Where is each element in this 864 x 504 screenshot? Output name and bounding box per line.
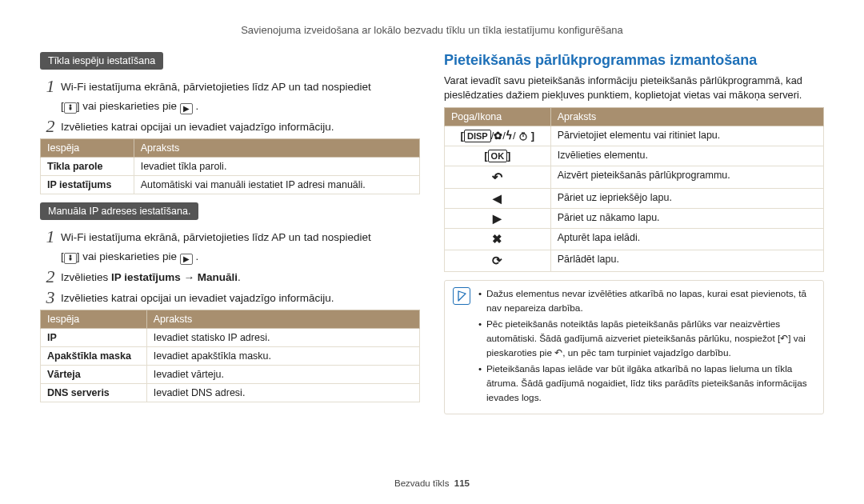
arrow-left-icon: ◀ <box>493 192 502 205</box>
col-header-option: Iespēja <box>41 310 147 329</box>
note-item: Pēc pieteikšanās noteiktās lapās pieteik… <box>478 318 815 360</box>
manual-page: Savienojuma izveidošana ar lokālo bezvad… <box>0 0 864 504</box>
cell-desc: Ievadiet tīkla paroli. <box>134 158 419 176</box>
table-row: ↶ Aizvērt pieteikšanās pārlūkprogrammu. <box>445 166 824 188</box>
cell-option: Apakštīkla maska <box>41 347 147 366</box>
cell-desc: Pārlādēt lapu. <box>550 250 823 271</box>
step-body: Izvēlieties IP iestatījums → Manuāli. <box>61 270 420 286</box>
table-row: ▶ Pāriet uz nākamo lapu. <box>445 208 824 228</box>
table-row: [OK] Izvēlieties elementu. <box>445 146 824 166</box>
note-item: Pieteikšanās lapas ielāde var būt ilgāka… <box>478 362 815 405</box>
ok-button-icon: OK <box>488 150 508 162</box>
forward-icon: ▶ <box>180 103 193 114</box>
step-body: Izvēlieties katrai opcijai un ievadiet v… <box>61 119 420 135</box>
step-text-post: . <box>238 271 241 283</box>
table-row: Apakštīkla maskaIevadiet apakštīkla mask… <box>41 347 420 366</box>
cell-desc: Pāriet uz nākamo lapu. <box>550 208 823 228</box>
cell-desc: Aizvērt pieteikšanās pārlūkprogrammu. <box>550 166 823 188</box>
step-body: Wi-Fi iestatījuma ekrānā, pārvietojietie… <box>61 230 420 246</box>
section-pill-manual-ip: Manuāla IP adreses iestatīšana. <box>40 202 198 220</box>
step-1-cont: [ ] vai pieskarieties pie ▶ . <box>40 249 420 265</box>
step-body: Izvēlieties katrai opcijai un ievadiet v… <box>61 290 420 306</box>
step-text-bold: IP iestatījums → Manuāli <box>111 271 238 283</box>
step-1-cont: [ ] vai pieskarieties pie ▶ . <box>40 98 420 114</box>
note-list: Dažus elementus nevar izvēlēties atkarīb… <box>478 287 815 408</box>
step-2: 2 Izvēlieties katrai opcijai un ievadiet… <box>40 119 420 135</box>
flower-icon: ✿ <box>494 130 502 142</box>
col-header-desc: Apraksts <box>146 310 419 329</box>
step-body: Wi-Fi iestatījuma ekrānā, pārvietojietie… <box>61 79 420 95</box>
step-text-pre: Izvēlieties <box>61 271 111 283</box>
step-1: 1 Wi-Fi iestatījuma ekrānā, pārvietojiet… <box>40 230 420 246</box>
step-number: 1 <box>40 78 61 95</box>
cell-option: IP iestatījums <box>41 176 134 194</box>
col-header-desc: Apraksts <box>134 139 419 158</box>
reload-icon: ⟳ <box>492 254 502 267</box>
ok-icon-cell: [OK] <box>445 146 551 166</box>
close-icon: ✖ <box>492 232 502 246</box>
cell-desc: Ievadiet DNS adresi. <box>146 384 419 402</box>
right-section-title: Pieteikšanās pārlūkprogrammas izmantošan… <box>444 52 824 69</box>
note-item: Dažus elementus nevar izvēlēties atkarīb… <box>478 287 815 315</box>
svg-rect-1 <box>69 107 71 110</box>
controller-icon <box>64 102 77 114</box>
back-icon-cell: ↶ <box>445 166 551 188</box>
period: . <box>193 250 199 262</box>
step-text: Wi-Fi iestatījuma ekrānā, pārvietojietie… <box>61 81 371 93</box>
stop-icon-cell: ✖ <box>445 228 551 250</box>
table-row: IPIevadiet statisko IP adresi. <box>41 329 420 347</box>
col-header-option: Iespēja <box>41 139 134 158</box>
forward-icon: ▶ <box>180 254 193 265</box>
cell-desc: Ievadiet apakštīkla masku. <box>146 347 419 366</box>
footer-page-number: 115 <box>454 478 470 488</box>
svg-point-0 <box>69 105 71 107</box>
nav-icons-cell: [DISP/✿/ϟ/ ] <box>445 126 551 146</box>
cell-desc: Izvēlieties elementu. <box>550 146 823 166</box>
table-row: IP iestatījums Automātiski vai manuāli i… <box>41 176 420 194</box>
step-number: 2 <box>40 268 61 286</box>
table-row: ✖ Apturēt lapa ielādi. <box>445 228 824 250</box>
table-row: VārtejaIevadiet vārteju. <box>41 366 420 384</box>
two-columns: Tīkla iespēju iestatīšana 1 Wi-Fi iestat… <box>40 52 824 472</box>
button-icon-table: Poga/Ikona Apraksts [DISP/✿/ϟ/ ] Pārviet… <box>444 107 824 272</box>
svg-point-2 <box>69 255 71 258</box>
step-1: 1 Wi-Fi iestatījuma ekrānā, pārvietojiet… <box>40 79 420 95</box>
network-options-table: Iespēja Apraksts Tīkla parole Ievadiet t… <box>40 138 420 194</box>
table-row: DNS serverisIevadiet DNS adresi. <box>41 384 420 402</box>
table-row: ◀ Pāriet uz iepriekšējo lapu. <box>445 188 824 208</box>
note-icon <box>453 287 470 305</box>
cell-option: Tīkla parole <box>41 158 134 176</box>
right-intro-text: Varat ievadīt savu pieteikšanās informāc… <box>444 74 824 102</box>
cell-option: DNS serveris <box>41 384 147 402</box>
flash-icon: ϟ <box>506 130 513 142</box>
step-3: 3 Izvēlieties katrai opcijai un ievadiet… <box>40 290 420 306</box>
arrow-right-icon: ▶ <box>493 212 502 225</box>
text-or-touch: ] vai pieskarieties pie <box>77 100 180 112</box>
col-header-button: Poga/Ikona <box>445 107 551 126</box>
cell-desc: Ievadiet vārteju. <box>146 366 419 384</box>
svg-rect-3 <box>69 258 71 261</box>
left-column: Tīkla iespēju iestatīšana 1 Wi-Fi iestat… <box>40 52 420 472</box>
col-header-desc: Apraksts <box>550 107 823 126</box>
reload-icon-cell: ⟳ <box>445 250 551 271</box>
disp-button-icon: DISP <box>464 130 491 142</box>
footer-section: Bezvadu tīkls <box>394 478 449 488</box>
back-icon: ↶ <box>492 170 502 184</box>
period: . <box>193 100 199 112</box>
cell-desc: Pāriet uz iepriekšējo lapu. <box>550 188 823 208</box>
next-icon-cell: ▶ <box>445 208 551 228</box>
step-number: 1 <box>40 228 61 246</box>
step-number: 2 <box>40 118 61 135</box>
cell-desc: Apturēt lapa ielādi. <box>550 228 823 250</box>
cell-option: Vārteja <box>41 366 147 384</box>
controller-icon <box>64 253 77 264</box>
prev-icon-cell: ◀ <box>445 188 551 208</box>
note-box: Dažus elementus nevar izvēlēties atkarīb… <box>444 280 824 415</box>
timer-icon <box>516 130 531 142</box>
table-row: ⟳ Pārlādēt lapu. <box>445 250 824 271</box>
right-column: Pieteikšanās pārlūkprogrammas izmantošan… <box>444 52 824 472</box>
cell-option: IP <box>41 329 147 347</box>
section-pill-network-options: Tīkla iespēju iestatīšana <box>40 52 163 70</box>
step-2: 2 Izvēlieties IP iestatījums → Manuāli. <box>40 270 420 286</box>
page-footer: Bezvadu tīkls 115 <box>40 478 824 488</box>
